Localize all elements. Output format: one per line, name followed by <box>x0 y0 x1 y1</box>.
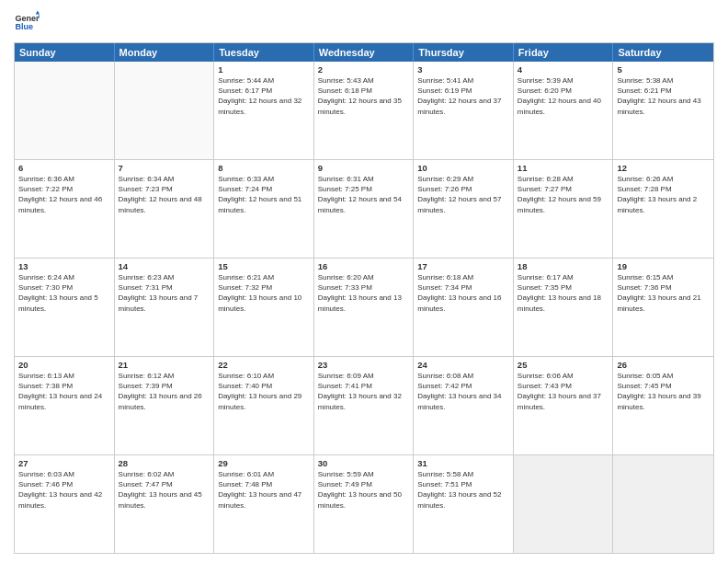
cell-info: Sunrise: 6:15 AM Sunset: 7:36 PM Dayligh… <box>617 272 710 314</box>
calendar-cell: 17Sunrise: 6:18 AM Sunset: 7:34 PM Dayli… <box>414 259 514 356</box>
calendar-cell: 21Sunrise: 6:12 AM Sunset: 7:39 PM Dayli… <box>115 357 215 454</box>
cell-date: 21 <box>119 360 210 370</box>
calendar-cell: 26Sunrise: 6:05 AM Sunset: 7:45 PM Dayli… <box>613 357 713 454</box>
cell-info: Sunrise: 5:38 AM Sunset: 6:21 PM Dayligh… <box>617 75 710 117</box>
cell-info: Sunrise: 6:17 AM Sunset: 7:35 PM Dayligh… <box>518 272 609 314</box>
cell-info: Sunrise: 6:08 AM Sunset: 7:42 PM Dayligh… <box>417 371 509 412</box>
cell-date: 11 <box>518 163 609 173</box>
cell-date: 16 <box>318 261 410 271</box>
calendar-cell: 24Sunrise: 6:08 AM Sunset: 7:42 PM Dayli… <box>414 357 514 454</box>
cell-info: Sunrise: 6:12 AM Sunset: 7:39 PM Dayligh… <box>119 371 210 412</box>
cell-info: Sunrise: 6:31 AM Sunset: 7:25 PM Dayligh… <box>318 174 410 215</box>
page: General Blue SundayMondayTuesdayWednesda… <box>0 0 728 563</box>
cell-info: Sunrise: 6:10 AM Sunset: 7:40 PM Dayligh… <box>218 371 310 412</box>
cell-date: 10 <box>417 163 509 173</box>
calendar-cell: 6Sunrise: 6:36 AM Sunset: 7:22 PM Daylig… <box>15 160 115 258</box>
cell-info: Sunrise: 5:44 AM Sunset: 6:17 PM Dayligh… <box>218 75 310 117</box>
cell-date: 4 <box>518 64 609 75</box>
day-header-wednesday: Wednesday <box>314 43 415 62</box>
calendar-cell: 10Sunrise: 6:29 AM Sunset: 7:26 PM Dayli… <box>414 160 514 258</box>
cell-info: Sunrise: 5:39 AM Sunset: 6:20 PM Dayligh… <box>518 75 609 117</box>
header: General Blue <box>14 9 714 35</box>
cell-info: Sunrise: 6:01 AM Sunset: 7:48 PM Dayligh… <box>218 469 310 511</box>
calendar-cell: 8Sunrise: 6:33 AM Sunset: 7:24 PM Daylig… <box>214 160 314 258</box>
calendar-cell <box>115 62 215 159</box>
cell-info: Sunrise: 5:58 AM Sunset: 7:51 PM Dayligh… <box>417 469 509 511</box>
calendar-week-5: 27Sunrise: 6:03 AM Sunset: 7:46 PM Dayli… <box>15 455 713 553</box>
cell-date: 12 <box>617 163 710 173</box>
day-header-saturday: Saturday <box>613 43 713 62</box>
calendar-header-row: SundayMondayTuesdayWednesdayThursdayFrid… <box>15 43 713 62</box>
calendar-cell: 3Sunrise: 5:41 AM Sunset: 6:19 PM Daylig… <box>414 62 514 159</box>
calendar-cell: 18Sunrise: 6:17 AM Sunset: 7:35 PM Dayli… <box>514 259 614 356</box>
cell-info: Sunrise: 5:41 AM Sunset: 6:19 PM Dayligh… <box>417 75 509 117</box>
calendar-cell: 15Sunrise: 6:21 AM Sunset: 7:32 PM Dayli… <box>214 259 314 356</box>
cell-date: 27 <box>18 458 110 468</box>
calendar-cell: 11Sunrise: 6:28 AM Sunset: 7:27 PM Dayli… <box>514 160 614 258</box>
calendar-cell <box>514 455 614 553</box>
cell-info: Sunrise: 5:59 AM Sunset: 7:49 PM Dayligh… <box>318 469 410 511</box>
cell-info: Sunrise: 6:24 AM Sunset: 7:30 PM Dayligh… <box>18 272 110 314</box>
calendar-cell: 23Sunrise: 6:09 AM Sunset: 7:41 PM Dayli… <box>314 357 415 454</box>
calendar-cell <box>613 455 713 553</box>
cell-date: 22 <box>218 360 310 370</box>
cell-date: 24 <box>417 360 509 370</box>
calendar-cell: 12Sunrise: 6:26 AM Sunset: 7:28 PM Dayli… <box>613 160 713 258</box>
calendar-cell: 16Sunrise: 6:20 AM Sunset: 7:33 PM Dayli… <box>314 259 415 356</box>
calendar-cell: 1Sunrise: 5:44 AM Sunset: 6:17 PM Daylig… <box>214 62 314 159</box>
cell-date: 7 <box>119 163 210 173</box>
cell-date: 15 <box>218 261 310 271</box>
svg-marker-2 <box>36 10 40 14</box>
cell-date: 8 <box>218 163 310 173</box>
cell-date: 14 <box>119 261 210 271</box>
cell-info: Sunrise: 6:23 AM Sunset: 7:31 PM Dayligh… <box>119 272 210 314</box>
calendar-cell: 31Sunrise: 5:58 AM Sunset: 7:51 PM Dayli… <box>414 455 514 553</box>
cell-date: 1 <box>218 64 310 75</box>
day-header-sunday: Sunday <box>15 43 115 62</box>
calendar-week-4: 20Sunrise: 6:13 AM Sunset: 7:38 PM Dayli… <box>15 357 713 455</box>
cell-date: 2 <box>318 64 410 75</box>
cell-date: 23 <box>318 360 410 370</box>
cell-info: Sunrise: 6:13 AM Sunset: 7:38 PM Dayligh… <box>18 371 110 412</box>
day-header-tuesday: Tuesday <box>214 43 314 62</box>
svg-text:General: General <box>15 14 40 23</box>
cell-date: 18 <box>518 261 609 271</box>
calendar-cell: 29Sunrise: 6:01 AM Sunset: 7:48 PM Dayli… <box>214 455 314 553</box>
cell-date: 5 <box>617 64 710 75</box>
calendar-cell: 19Sunrise: 6:15 AM Sunset: 7:36 PM Dayli… <box>613 259 713 356</box>
calendar: SundayMondayTuesdayWednesdayThursdayFrid… <box>14 42 714 554</box>
cell-info: Sunrise: 6:34 AM Sunset: 7:23 PM Dayligh… <box>119 174 210 215</box>
cell-info: Sunrise: 6:06 AM Sunset: 7:43 PM Dayligh… <box>518 371 609 412</box>
cell-info: Sunrise: 5:43 AM Sunset: 6:18 PM Dayligh… <box>318 75 410 117</box>
calendar-cell: 13Sunrise: 6:24 AM Sunset: 7:30 PM Dayli… <box>15 259 115 356</box>
cell-date: 26 <box>617 360 710 370</box>
calendar-cell: 25Sunrise: 6:06 AM Sunset: 7:43 PM Dayli… <box>514 357 614 454</box>
cell-info: Sunrise: 6:29 AM Sunset: 7:26 PM Dayligh… <box>417 174 509 215</box>
calendar-week-1: 1Sunrise: 5:44 AM Sunset: 6:17 PM Daylig… <box>15 62 713 160</box>
cell-info: Sunrise: 6:18 AM Sunset: 7:34 PM Dayligh… <box>417 272 509 314</box>
cell-date: 29 <box>218 458 310 468</box>
calendar-cell: 28Sunrise: 6:02 AM Sunset: 7:47 PM Dayli… <box>115 455 215 553</box>
calendar-cell: 20Sunrise: 6:13 AM Sunset: 7:38 PM Dayli… <box>15 357 115 454</box>
calendar-cell: 27Sunrise: 6:03 AM Sunset: 7:46 PM Dayli… <box>15 455 115 553</box>
logo-icon: General Blue <box>14 9 40 35</box>
cell-info: Sunrise: 6:28 AM Sunset: 7:27 PM Dayligh… <box>518 174 609 215</box>
svg-text:Blue: Blue <box>15 22 33 31</box>
cell-date: 30 <box>318 458 410 468</box>
calendar-week-2: 6Sunrise: 6:36 AM Sunset: 7:22 PM Daylig… <box>15 160 713 259</box>
calendar-cell: 7Sunrise: 6:34 AM Sunset: 7:23 PM Daylig… <box>115 160 215 258</box>
calendar-cell: 2Sunrise: 5:43 AM Sunset: 6:18 PM Daylig… <box>314 62 415 159</box>
cell-date: 9 <box>318 163 410 173</box>
logo: General Blue <box>14 9 43 35</box>
cell-date: 19 <box>617 261 710 271</box>
calendar-cell: 14Sunrise: 6:23 AM Sunset: 7:31 PM Dayli… <box>115 259 215 356</box>
calendar-cell <box>15 62 115 159</box>
calendar-cell: 5Sunrise: 5:38 AM Sunset: 6:21 PM Daylig… <box>613 62 713 159</box>
cell-info: Sunrise: 6:33 AM Sunset: 7:24 PM Dayligh… <box>218 174 310 215</box>
cell-info: Sunrise: 6:20 AM Sunset: 7:33 PM Dayligh… <box>318 272 410 314</box>
cell-date: 25 <box>518 360 609 370</box>
calendar-cell: 22Sunrise: 6:10 AM Sunset: 7:40 PM Dayli… <box>214 357 314 454</box>
cell-info: Sunrise: 6:26 AM Sunset: 7:28 PM Dayligh… <box>617 174 710 215</box>
cell-date: 20 <box>18 360 110 370</box>
cell-info: Sunrise: 6:03 AM Sunset: 7:46 PM Dayligh… <box>18 469 110 511</box>
